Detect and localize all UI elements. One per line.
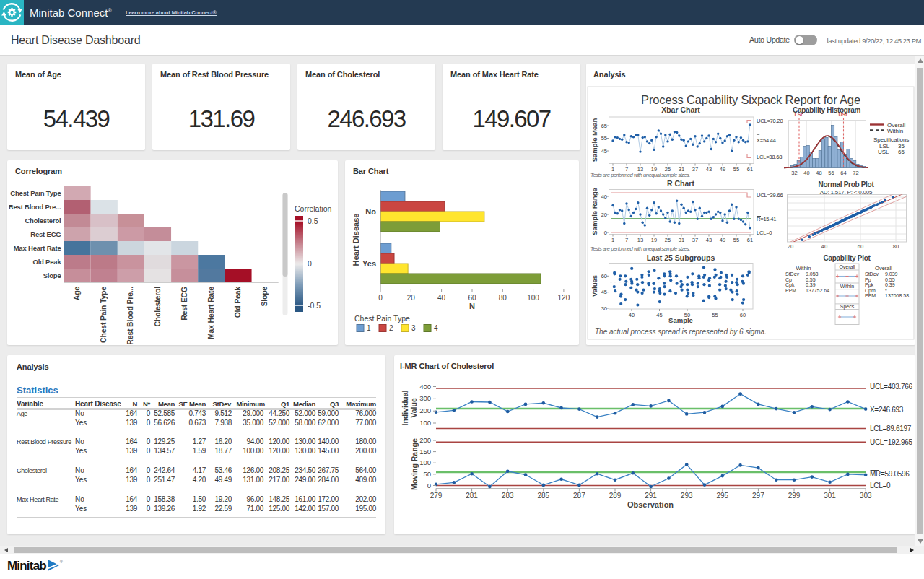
svg-text:200: 200 <box>419 436 431 444</box>
svg-text:48: 48 <box>816 170 821 176</box>
svg-text:0: 0 <box>427 482 431 489</box>
svg-text:40: 40 <box>821 243 827 250</box>
svg-text:7.938: 7.938 <box>214 419 232 427</box>
svg-text:43: 43 <box>706 166 712 173</box>
svg-text:1.92: 1.92 <box>193 505 206 513</box>
svg-text:LCL=0: LCL=0 <box>870 482 891 489</box>
svg-text:Max Heart Rate: Max Heart Rate <box>14 244 61 252</box>
svg-text:52.000: 52.000 <box>269 419 290 427</box>
svg-text:Rest Blood Pressure: Rest Blood Pressure <box>17 438 71 445</box>
svg-text:50: 50 <box>423 470 431 478</box>
svg-text:No: No <box>75 437 84 445</box>
svg-text:289: 289 <box>609 492 622 500</box>
svg-text:25: 25 <box>665 237 671 243</box>
svg-text:164: 164 <box>126 495 138 503</box>
svg-text:564.00: 564.00 <box>355 466 377 474</box>
svg-text:Within: Within <box>840 284 855 289</box>
svg-text:35.000: 35.000 <box>243 419 264 427</box>
svg-text:37: 37 <box>692 237 698 243</box>
svg-text:Median: Median <box>293 400 315 408</box>
svg-text:Yes: Yes <box>75 447 87 455</box>
svg-text:No: No <box>75 409 84 417</box>
svg-text:USL: USL <box>839 112 850 117</box>
svg-text:0: 0 <box>604 230 607 236</box>
svg-text:53.46: 53.46 <box>214 466 232 474</box>
svg-text:300: 300 <box>419 394 431 402</box>
svg-text:StDev: StDev <box>865 271 879 277</box>
svg-text:X=54.44: X=54.44 <box>757 137 776 144</box>
svg-text:77.000: 77.000 <box>355 419 377 427</box>
svg-text:40: 40 <box>629 312 635 318</box>
svg-text:The actual process spread is r: The actual process spread is represented… <box>595 328 767 336</box>
svg-text:1.59: 1.59 <box>193 447 206 455</box>
svg-text:Cholesterol: Cholesterol <box>17 467 47 474</box>
svg-text:Old Peak: Old Peak <box>32 258 61 266</box>
svg-text:139.26: 139.26 <box>154 505 175 513</box>
svg-text:7: 7 <box>625 237 628 243</box>
svg-text:Age: Age <box>72 287 81 301</box>
svg-text:Yes: Yes <box>75 419 87 427</box>
svg-text:126.00: 126.00 <box>243 466 264 474</box>
svg-text:3: 3 <box>411 324 416 332</box>
svg-text:Q1: Q1 <box>281 400 290 408</box>
svg-text:*: * <box>885 288 887 293</box>
svg-text:20: 20 <box>788 243 793 250</box>
svg-text:52.585: 52.585 <box>154 409 175 417</box>
svg-text:303: 303 <box>860 492 872 500</box>
svg-text:Tests are performed with unequ: Tests are performed with unequal sample … <box>590 245 690 252</box>
svg-text:139: 139 <box>126 419 138 427</box>
svg-text:61: 61 <box>747 166 753 173</box>
svg-text:55: 55 <box>733 237 739 243</box>
svg-text:UCL=39.66: UCL=39.66 <box>757 192 783 199</box>
svg-text:R=15.41: R=15.41 <box>757 216 776 222</box>
svg-text:X=246.693: X=246.693 <box>870 406 904 414</box>
svg-text:120.00: 120.00 <box>269 447 290 455</box>
svg-text:409.00: 409.00 <box>355 476 377 484</box>
svg-text:267.75: 267.75 <box>318 466 339 474</box>
svg-text:Cholesterol: Cholesterol <box>25 217 61 225</box>
svg-text:Heart Disease: Heart Disease <box>352 214 360 266</box>
svg-text:0.39: 0.39 <box>885 282 895 287</box>
svg-text:65: 65 <box>898 149 905 155</box>
svg-text:40: 40 <box>803 170 809 176</box>
svg-text:58.000: 58.000 <box>295 419 316 427</box>
svg-text:Xbar Chart: Xbar Chart <box>661 105 700 114</box>
svg-text:44.250: 44.250 <box>269 409 290 417</box>
svg-text:9.512: 9.512 <box>214 409 232 417</box>
svg-text:0.673: 0.673 <box>188 419 206 427</box>
svg-text:0: 0 <box>147 437 151 445</box>
svg-text:Sample Mean: Sample Mean <box>590 118 598 162</box>
svg-text:134.57: 134.57 <box>154 447 175 455</box>
svg-text:19: 19 <box>651 237 657 243</box>
svg-text:1: 1 <box>367 324 371 332</box>
svg-text:164: 164 <box>126 409 138 417</box>
svg-text:N*: N* <box>143 400 151 408</box>
svg-text:72: 72 <box>853 170 858 176</box>
svg-text:29.000: 29.000 <box>243 409 264 417</box>
svg-text:180.00: 180.00 <box>355 437 377 445</box>
svg-text:Yes: Yes <box>362 259 376 268</box>
svg-text:195.00: 195.00 <box>355 505 377 513</box>
svg-text:295: 295 <box>716 492 728 500</box>
svg-text:40: 40 <box>601 193 607 200</box>
svg-text:No: No <box>75 495 84 503</box>
svg-text:0: 0 <box>147 447 151 455</box>
svg-text:145.00: 145.00 <box>318 447 339 455</box>
svg-text:157.00: 157.00 <box>318 505 339 513</box>
svg-text:139: 139 <box>126 476 138 484</box>
svg-text:20: 20 <box>407 294 416 302</box>
svg-text:4: 4 <box>434 324 438 332</box>
svg-text:140.00: 140.00 <box>318 437 339 445</box>
svg-text:Moving Range: Moving Range <box>410 438 419 490</box>
svg-text:Within: Within <box>887 128 903 134</box>
svg-text:164: 164 <box>126 437 138 445</box>
svg-text:Specs: Specs <box>840 304 855 310</box>
svg-text:0.39: 0.39 <box>806 282 816 287</box>
svg-text:0.743: 0.743 <box>188 409 206 417</box>
svg-text:299: 299 <box>788 492 801 500</box>
svg-text:Process Capability Sixpack Rep: Process Capability Sixpack Report for Ag… <box>641 93 860 106</box>
svg-text:Value: Value <box>409 398 418 418</box>
svg-text:200.00: 200.00 <box>355 447 377 455</box>
svg-text:Rest Blood Pre...: Rest Blood Pre... <box>126 287 134 345</box>
svg-text:PPM: PPM <box>865 293 876 298</box>
